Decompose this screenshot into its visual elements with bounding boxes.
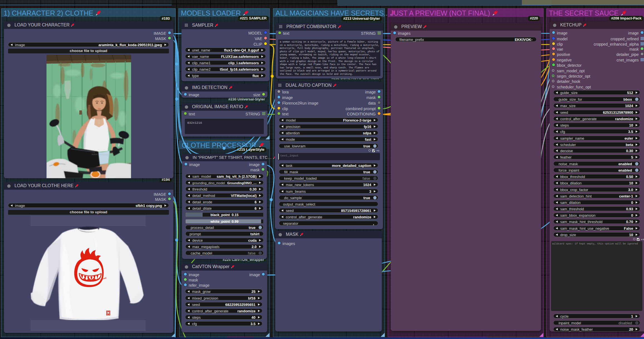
svg-text:SUZUKI: SUZUKI (92, 154, 98, 155)
